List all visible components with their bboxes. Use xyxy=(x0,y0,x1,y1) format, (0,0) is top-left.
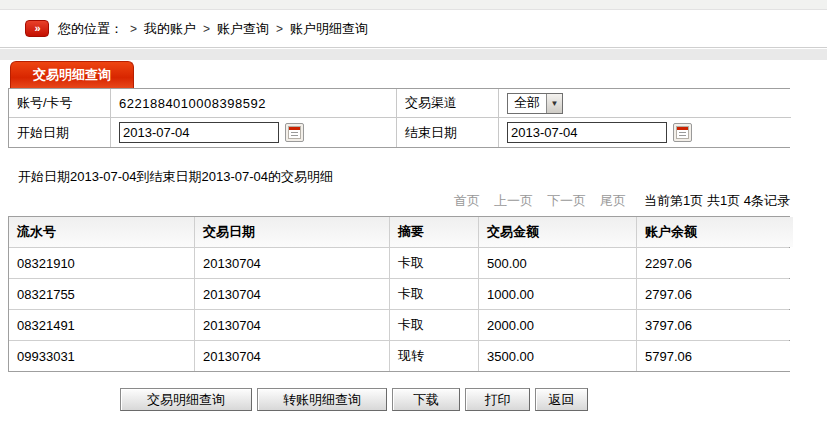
transfer-detail-query-button[interactable]: 转账明细查询 xyxy=(257,388,387,411)
table-cell: 20130704 xyxy=(195,341,389,371)
end-date-input[interactable] xyxy=(507,122,667,143)
table-cell: 1000.00 xyxy=(479,279,636,309)
breadcrumb: » 您的位置： > 我的账户 > 账户查询 > 账户明细查询 xyxy=(0,10,827,48)
calendar-glyph xyxy=(676,126,689,139)
top-strip xyxy=(0,0,827,10)
print-button[interactable]: 打印 xyxy=(465,388,530,411)
table-cell: 卡取 xyxy=(390,248,478,278)
col-header-balance: 账户余额 xyxy=(637,217,793,247)
table-cell: 卡取 xyxy=(390,310,478,340)
table-cell: 3797.06 xyxy=(637,310,793,340)
col-header-summary: 摘要 xyxy=(390,217,478,247)
pagination-last[interactable]: 尾页 xyxy=(600,192,626,210)
channel-select-value: 全部 xyxy=(508,94,546,113)
table-cell: 08321491 xyxy=(9,310,194,340)
pagination-first[interactable]: 首页 xyxy=(454,192,480,210)
table-cell: 3500.00 xyxy=(479,341,636,371)
breadcrumb-separator: > xyxy=(130,22,137,36)
col-header-amount: 交易金额 xyxy=(479,217,636,247)
col-header-serial: 流水号 xyxy=(9,217,194,247)
calendar-glyph xyxy=(288,126,301,139)
action-buttons: 交易明细查询 转账明细查询 下载 打印 返回 xyxy=(120,388,588,411)
table-cell: 2797.06 xyxy=(637,279,793,309)
query-form: 账号/卡号 6221884010008398592 交易渠道 全部 ▼ 开始日期… xyxy=(8,88,790,148)
start-date-input[interactable] xyxy=(119,122,279,143)
calendar-icon[interactable] xyxy=(285,123,304,142)
breadcrumb-item-my-account[interactable]: 我的账户 xyxy=(144,20,196,38)
account-number-value: 6221884010008398592 xyxy=(111,89,397,118)
pagination-status: 当前第1页 共1页 4条记录 xyxy=(644,192,790,210)
table-cell: 5797.06 xyxy=(637,341,793,371)
tab-transaction-detail-query[interactable]: 交易明细查询 xyxy=(10,61,134,88)
start-date-label: 开始日期 xyxy=(9,118,111,147)
pagination-prev[interactable]: 上一页 xyxy=(494,192,533,210)
breadcrumb-separator: > xyxy=(203,22,210,36)
table-cell: 09933031 xyxy=(9,341,194,371)
divider-band xyxy=(0,49,827,60)
col-header-date: 交易日期 xyxy=(195,217,389,247)
table-cell: 20130704 xyxy=(195,279,389,309)
account-label: 账号/卡号 xyxy=(9,89,111,118)
chevron-down-icon[interactable]: ▼ xyxy=(546,94,562,113)
table-cell: 20130704 xyxy=(195,310,389,340)
table-cell: 08321910 xyxy=(9,248,194,278)
double-arrow-icon: » xyxy=(25,20,49,37)
transaction-table: 流水号 交易日期 摘要 交易金额 账户余额 08321910 20130704 … xyxy=(8,216,790,372)
table-cell: 20130704 xyxy=(195,248,389,278)
back-button[interactable]: 返回 xyxy=(535,388,588,411)
table-cell: 卡取 xyxy=(390,279,478,309)
breadcrumb-prefix: 您的位置： xyxy=(58,20,123,38)
table-cell: 2000.00 xyxy=(479,310,636,340)
download-button[interactable]: 下载 xyxy=(392,388,460,411)
end-date-label: 结束日期 xyxy=(397,118,499,147)
page: » 您的位置： > 我的账户 > 账户查询 > 账户明细查询 交易明细查询 账号… xyxy=(0,0,827,436)
result-summary: 开始日期2013-07-04到结束日期2013-07-04的交易明细 xyxy=(18,168,333,186)
pagination-next[interactable]: 下一页 xyxy=(547,192,586,210)
table-cell: 08321755 xyxy=(9,279,194,309)
transaction-detail-query-button[interactable]: 交易明细查询 xyxy=(120,388,252,411)
breadcrumb-item-account-query[interactable]: 账户查询 xyxy=(217,20,269,38)
breadcrumb-separator: > xyxy=(276,22,283,36)
pagination: 首页 上一页 下一页 尾页 当前第1页 共1页 4条记录 xyxy=(8,192,790,210)
channel-label: 交易渠道 xyxy=(397,89,499,118)
table-cell: 现转 xyxy=(390,341,478,371)
table-cell: 2297.06 xyxy=(637,248,793,278)
calendar-icon[interactable] xyxy=(673,123,692,142)
channel-select[interactable]: 全部 ▼ xyxy=(507,93,563,114)
breadcrumb-item-account-detail-query[interactable]: 账户明细查询 xyxy=(290,20,368,38)
table-cell: 500.00 xyxy=(479,248,636,278)
